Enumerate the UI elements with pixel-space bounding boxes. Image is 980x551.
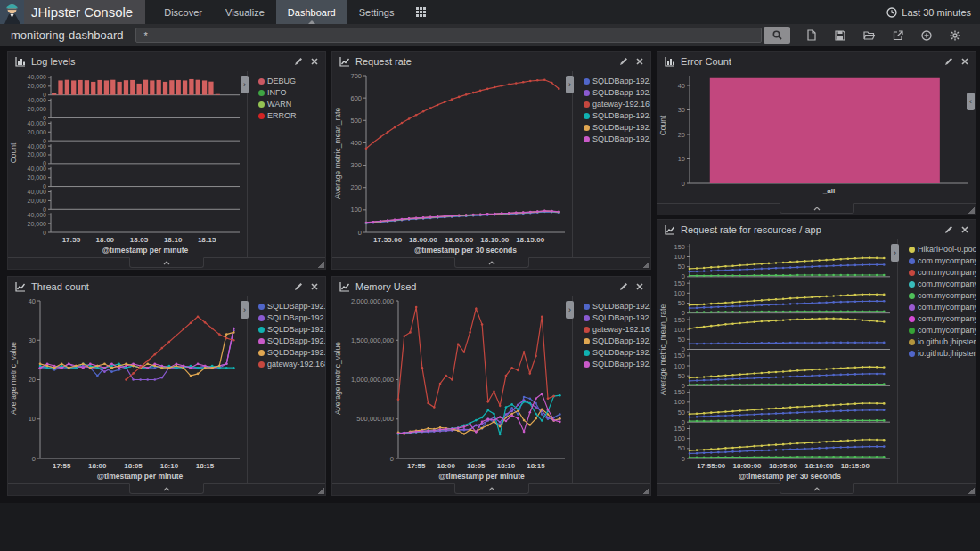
legend-label: SQLDBapp-192.168.4...: [592, 359, 650, 370]
close-icon[interactable]: [961, 58, 968, 65]
resize-handle[interactable]: [968, 487, 975, 494]
legend-item[interactable]: SQLDBapp-192.168.4...: [584, 110, 649, 122]
edit-pencil-icon[interactable]: [619, 282, 628, 291]
close-icon[interactable]: [311, 58, 318, 65]
legend-item[interactable]: io.github.jhipster.web.r...: [909, 336, 974, 348]
edit-pencil-icon[interactable]: [619, 57, 628, 66]
panel-collapse-button[interactable]: [780, 483, 854, 494]
legend-item[interactable]: SQLDBapp-192.168.4...: [584, 336, 649, 347]
legend-item[interactable]: DEBUG: [258, 76, 323, 87]
legend-item[interactable]: SQLDBapp-192.168.4...: [258, 324, 323, 336]
legend-item[interactable]: SQLDBapp-192.168.4...: [584, 312, 649, 324]
legend-collapse-icon[interactable]: ›: [241, 76, 249, 93]
legend-item[interactable]: ERROR: [258, 110, 323, 122]
resize-handle[interactable]: [317, 261, 324, 268]
legend-item[interactable]: gateway-192.168.43.8:...: [584, 324, 649, 336]
legend-item[interactable]: SQLDBapp-192.168.4...: [584, 87, 649, 99]
panel-title: Memory Used: [355, 281, 416, 292]
legend-collapse-icon[interactable]: ›: [241, 301, 249, 319]
legend-item[interactable]: WARN: [258, 99, 323, 110]
legend-item[interactable]: SQLDBapp-192.168.4...: [258, 301, 323, 312]
legend-item[interactable]: SQLDBapp-192.168.4...: [584, 76, 649, 87]
legend-color-dot: [258, 113, 265, 119]
panel-collapse-button[interactable]: [129, 483, 204, 494]
panel-collapse-button[interactable]: [454, 257, 529, 268]
close-icon[interactable]: [636, 58, 643, 65]
svg-text:18:10:00: 18:10:00: [480, 236, 510, 244]
resources-chart[interactable]: 0501001500501001500501001500501001500501…: [668, 239, 897, 483]
legend-item[interactable]: HikariPool-0.pool.Wait: [909, 244, 974, 255]
time-picker[interactable]: Last 30 minutes: [886, 0, 980, 24]
legend-item[interactable]: io.github.jhipster.web.r...: [909, 348, 974, 360]
legend-item[interactable]: SQLDBapp-192.168.4...: [584, 134, 649, 145]
panel-header[interactable]: Request rate for resources / app: [657, 220, 976, 239]
edit-pencil-icon[interactable]: [294, 282, 303, 291]
share-icon[interactable]: [893, 30, 903, 41]
legend-item[interactable]: com.mycompany.myap...: [909, 267, 974, 279]
panel-header[interactable]: Memory Used: [332, 277, 650, 296]
panel-collapse-button[interactable]: [129, 257, 204, 268]
legend-item[interactable]: com.mycompany.myap...: [909, 255, 974, 267]
resize-handle[interactable]: [642, 261, 649, 268]
new-dashboard-icon[interactable]: [806, 29, 817, 41]
legend-item[interactable]: SQLDBapp-192.168.4...: [584, 359, 649, 370]
panel-collapse-button[interactable]: [454, 483, 529, 494]
panel-header[interactable]: Request rate: [332, 52, 650, 71]
resize-handle[interactable]: [968, 207, 975, 214]
svg-text:17:55: 17:55: [53, 462, 71, 470]
legend-item[interactable]: SQLDBapp-192.168.4...: [258, 312, 323, 324]
svg-text:50: 50: [678, 299, 685, 307]
line-chart-icon: [339, 56, 350, 67]
thread-count-chart[interactable]: 01020304017:5518:0018:0518:1018:15@times…: [19, 296, 247, 483]
legend-collapse-icon[interactable]: ›: [566, 301, 574, 319]
error-count-chart[interactable]: 010203040_all: [668, 71, 976, 203]
legend-collapse-icon[interactable]: ›: [891, 244, 899, 262]
panel-header[interactable]: Thread count: [8, 277, 325, 296]
log-levels-chart[interactable]: 020,00040,000020,00040,000020,00040,0000…: [19, 71, 247, 257]
close-icon[interactable]: [961, 226, 968, 233]
resize-handle[interactable]: [317, 487, 324, 494]
legend-item[interactable]: com.mycompany.myap...: [909, 279, 974, 290]
legend-item[interactable]: com.mycompany.myap...: [909, 325, 974, 336]
resize-handle[interactable]: [642, 487, 649, 494]
nav-item-dashboard[interactable]: Dashboard: [276, 0, 347, 24]
close-icon[interactable]: [311, 283, 318, 290]
panel-title: Request rate for resources / app: [681, 224, 821, 235]
close-icon[interactable]: [636, 283, 643, 290]
options-gear-icon[interactable]: [950, 30, 960, 41]
legend-item[interactable]: com.mycompany.myap...: [909, 302, 974, 313]
svg-text:18:15: 18:15: [196, 462, 215, 470]
edit-pencil-icon[interactable]: [294, 57, 303, 66]
legend-item[interactable]: gateway-192.168.43.8:...: [258, 359, 323, 370]
legend-item[interactable]: com.mycompany.myap...: [909, 313, 974, 325]
query-input[interactable]: [135, 28, 762, 43]
legend-item[interactable]: gateway-192.168.43.8:...: [584, 99, 649, 110]
panel-header[interactable]: Log levels: [8, 52, 325, 71]
add-visualization-icon[interactable]: [921, 30, 932, 41]
panel-header[interactable]: Error Count: [657, 52, 976, 71]
legend-item[interactable]: SQLDBapp-192.168.4...: [584, 347, 649, 359]
nav-item-settings[interactable]: Settings: [347, 0, 406, 24]
memory-used-chart[interactable]: 0500,000,0001,000,000,0001,500,000,0002,…: [343, 296, 572, 483]
legend-item[interactable]: SQLDBapp-192.168.4...: [584, 301, 649, 312]
brand[interactable]: JHipster Console: [0, 0, 145, 24]
svg-text:100: 100: [674, 326, 685, 334]
edit-pencil-icon[interactable]: [944, 57, 953, 66]
legend-item[interactable]: SQLDBapp-192.168.4...: [258, 336, 323, 347]
edit-pencil-icon[interactable]: [944, 225, 953, 234]
nav-item-visualize[interactable]: Visualize: [214, 0, 276, 24]
legend-item[interactable]: com.mycompany.myap...: [909, 290, 974, 302]
y-axis-label: Count: [8, 71, 19, 234]
load-dashboard-folder-icon[interactable]: [863, 30, 875, 40]
panel-collapse-button[interactable]: [780, 203, 854, 214]
apps-grid-icon[interactable]: [405, 0, 437, 24]
search-button[interactable]: [764, 27, 790, 44]
legend-expand-icon[interactable]: ‹: [967, 93, 975, 110]
nav-item-discover[interactable]: Discover: [152, 0, 214, 24]
legend-item[interactable]: SQLDBapp-192.168.4...: [258, 347, 323, 359]
legend-item[interactable]: INFO: [258, 87, 323, 99]
request-rate-chart[interactable]: 010020030040050060070017:55:0018:00:0018…: [343, 71, 572, 257]
legend-item[interactable]: SQLDBapp-192.168.4...: [584, 122, 649, 134]
legend-collapse-icon[interactable]: ›: [566, 76, 574, 93]
save-dashboard-icon[interactable]: [835, 30, 845, 41]
